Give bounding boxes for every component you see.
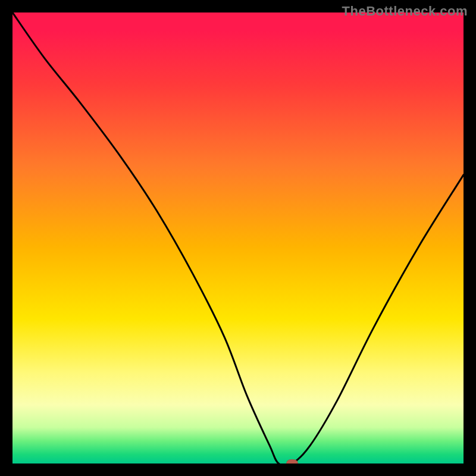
bottleneck-curve <box>12 12 464 464</box>
curve-path <box>12 12 464 464</box>
plot-area <box>12 12 464 464</box>
watermark-text: TheBottleneck.com <box>342 4 468 19</box>
chart-frame: TheBottleneck.com <box>0 0 476 476</box>
optimum-marker <box>286 459 298 464</box>
